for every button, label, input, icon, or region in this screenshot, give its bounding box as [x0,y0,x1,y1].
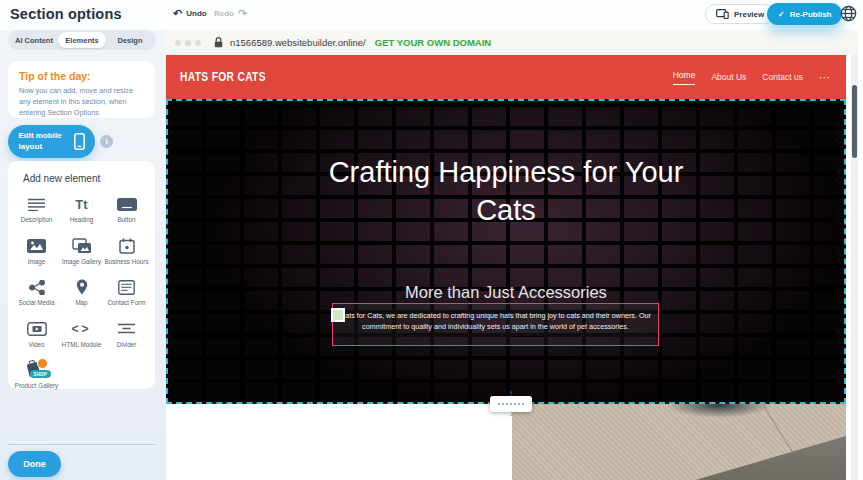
element-business-hours[interactable]: Business Hours [104,237,149,267]
element-description[interactable]: Description [14,195,59,225]
element-divider[interactable]: Divider [104,320,149,350]
tab-design[interactable]: Design [106,32,154,48]
nav-contact-us[interactable]: Contact us [762,72,803,82]
site-nav: Home About Us Contact us ⋯ [673,55,830,99]
language-globe-button[interactable] [840,5,857,22]
divider-icon [104,320,149,338]
business-hours-icon [104,237,149,255]
heading-tt-icon: Tt [59,195,104,213]
element-button[interactable]: Button [104,195,149,225]
get-domain-link[interactable]: GET YOUR OWN DOMAIN [375,37,491,48]
shop-badge: SHOP [30,370,51,378]
tip-body: Now you can add, move and resize any ele… [19,86,144,119]
tip-title: Tip of the day: [19,70,144,82]
redo-icon: ↷ [238,8,247,19]
resize-down-arrow-icon: ↓ [490,410,532,418]
hero-paragraph-element[interactable]: Hats for Cats, we are dedicated to craft… [332,303,659,346]
element-social-media[interactable]: Social Media [14,278,59,308]
element-image[interactable]: Image [14,237,59,267]
section-resize-handle[interactable]: ↑ ↓ [490,396,532,412]
nav-home[interactable]: Home [673,70,696,85]
preview-button[interactable]: Preview [705,4,775,24]
lock-icon [214,37,223,48]
map-pin-icon [59,278,104,296]
site-logo[interactable]: HATS FOR CATS [180,70,266,84]
image-gallery-icon [59,237,104,255]
element-drag-handle[interactable] [331,308,345,322]
price-badge-icon [37,358,48,369]
site-preview: n1566589.websitebuilder.online/ GET YOUR… [166,30,858,480]
info-icon[interactable]: i [100,135,113,148]
undo-button[interactable]: ↶ Undo [173,8,207,19]
redo-button[interactable]: Redo ↷ [214,8,247,19]
nav-about-us[interactable]: About Us [711,72,746,82]
hero-section-selected[interactable]: Crafting Happiness for Your Cats More th… [166,99,846,404]
element-contact-form[interactable]: Contact Form [104,278,149,308]
button-icon [104,195,149,213]
republish-button[interactable]: ✓ Re-Publish [767,3,842,25]
video-icon [14,320,59,338]
resize-grip-icon [498,403,524,405]
devices-icon [716,9,729,19]
hero-heading[interactable]: Crafting Happiness for Your Cats [168,153,844,230]
element-video[interactable]: Video [14,320,59,350]
carpet-photo [512,404,846,480]
contact-form-icon [104,278,149,296]
product-gallery-icon: SHOP [14,361,59,379]
resize-up-arrow-icon: ↑ [490,390,532,398]
add-element-title: Add new element [23,173,155,184]
element-html-module[interactable]: <> HTML Module [59,320,104,350]
element-map[interactable]: Map [59,278,104,308]
description-lines-icon [14,195,59,213]
website-builder-app: Section options ↶ Undo Redo ↷ Preview ✓ … [0,0,863,480]
tab-elements[interactable]: Elements [58,32,106,48]
site-header[interactable]: HATS FOR CATS Home About Us Contact us ⋯ [166,55,846,99]
hero-subheading[interactable]: More than Just Accessories [168,283,844,302]
page-title: Section options [10,6,122,22]
check-icon: ✓ [778,10,785,19]
undo-icon: ↶ [173,8,182,19]
social-media-icon [14,278,59,296]
element-heading[interactable]: Tt Heading [59,195,104,225]
element-image-gallery[interactable]: Image Gallery [59,237,104,267]
add-element-card: Add new element Description Tt Heading [8,161,155,389]
section-options-panel: AI Content Elements Design Tip of the da… [0,25,166,480]
edit-mobile-layout-button[interactable]: Edit mobile layout [8,125,95,158]
panel-divider [8,444,156,445]
done-button[interactable]: Done [8,451,61,477]
site-url: n1566589.websitebuilder.online/ [230,37,366,48]
tab-ai-content[interactable]: AI Content [10,32,58,48]
browser-bar: n1566589.websitebuilder.online/ GET YOUR… [166,30,858,55]
mobile-phone-icon [74,133,85,150]
carpet-shadow [512,404,846,480]
preview-scrollbar[interactable] [851,55,858,480]
element-product-gallery[interactable]: SHOP Product Gallery [14,361,59,391]
scrollbar-thumb[interactable] [852,85,857,158]
browser-dots-icon [175,40,201,46]
nav-more-icon[interactable]: ⋯ [819,71,830,84]
tip-of-the-day-card: Tip of the day: Now you can add, move an… [8,61,155,118]
topbar: Section options ↶ Undo Redo ↷ Preview ✓ … [0,0,863,30]
html-module-icon: <> [59,320,104,338]
image-icon [14,237,59,255]
panel-tabs: AI Content Elements Design [8,30,156,50]
element-grid: Description Tt Heading Button Ima [8,195,155,391]
